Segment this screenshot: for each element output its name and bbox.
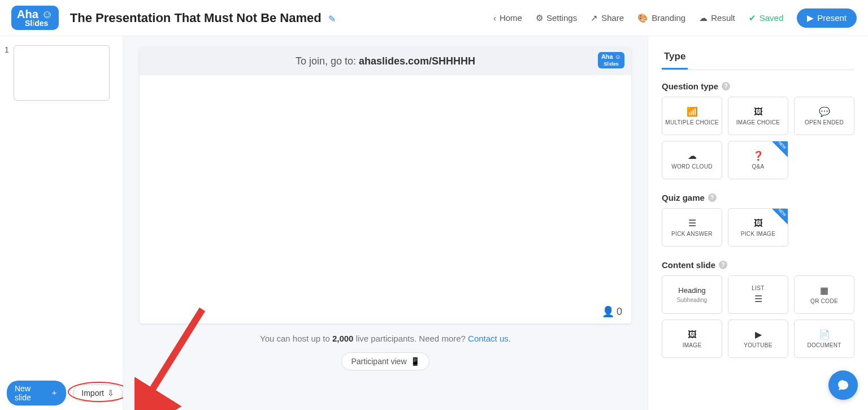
type-image-choice[interactable]: 🖼IMAGE CHOICE bbox=[728, 97, 788, 135]
share-icon: ↗ bbox=[591, 13, 598, 23]
participant-view-button[interactable]: Participant view 📱 bbox=[341, 352, 429, 370]
nav-result[interactable]: ☁Result bbox=[699, 13, 735, 23]
type-pick-image[interactable]: 🖼PICK IMAGE bbox=[728, 208, 788, 247]
qr-icon: ▦ bbox=[820, 285, 828, 296]
image-icon: 🖼 bbox=[754, 218, 763, 228]
bar-chart-icon: 📶 bbox=[687, 106, 698, 117]
youtube-icon: ▶ bbox=[755, 329, 762, 340]
type-document[interactable]: 📄DOCUMENT bbox=[794, 320, 854, 358]
canvas-area: To join, go to: ahaslides.com/SHHHHH Aha… bbox=[123, 36, 648, 410]
new-slide-button[interactable]: New slide ＋ bbox=[7, 381, 66, 405]
speech-icon: 💬 bbox=[819, 106, 830, 117]
presentation-title-wrapper[interactable]: The Presentation That Must Not Be Named … bbox=[70, 11, 336, 25]
help-icon[interactable]: ? bbox=[708, 193, 717, 202]
type-qa[interactable]: ❓Q&A bbox=[728, 141, 788, 179]
document-icon: 📄 bbox=[819, 329, 830, 340]
type-multiple-choice[interactable]: 📶MULTIPLE CHOICE bbox=[662, 97, 722, 135]
slides-panel: 1 New slide ＋ Import ⇩ bbox=[0, 36, 123, 410]
plus-icon: ＋ bbox=[50, 388, 58, 398]
header: Aha ☺ Slides The Presentation That Must … bbox=[0, 0, 868, 36]
slide-thumb-wrapper: 1 bbox=[5, 45, 118, 101]
content-slide-grid: HeadingSubheading LIST☰ ▦QR CODE 🖼IMAGE … bbox=[662, 275, 854, 358]
tab-bar: Type bbox=[662, 45, 854, 70]
join-url: ahaslides.com/SHHHHH bbox=[359, 55, 475, 67]
phone-icon: 📱 bbox=[410, 357, 420, 366]
nav-share[interactable]: ↗Share bbox=[591, 13, 624, 23]
chevron-left-icon: ‹ bbox=[493, 13, 496, 23]
section-question-type: Question type? bbox=[662, 81, 854, 91]
status-saved: ✔Saved bbox=[749, 13, 784, 23]
edit-icon[interactable]: ✎ bbox=[328, 14, 336, 24]
contact-us-link[interactable]: Contact us bbox=[468, 334, 509, 343]
type-open-ended[interactable]: 💬OPEN ENDED bbox=[794, 97, 854, 135]
type-pick-answer[interactable]: ☰PICK ANSWER bbox=[662, 208, 722, 247]
import-button[interactable]: Import ⇩ bbox=[73, 385, 123, 402]
play-icon: ▶ bbox=[807, 13, 814, 23]
main: 1 New slide ＋ Import ⇩ To join, go to: a… bbox=[0, 36, 868, 410]
import-icon: ⇩ bbox=[107, 389, 114, 398]
tab-type[interactable]: Type bbox=[662, 45, 688, 70]
image-icon: 🖼 bbox=[754, 107, 763, 117]
type-youtube[interactable]: ▶YOUTUBE bbox=[728, 320, 788, 358]
help-icon[interactable]: ? bbox=[719, 261, 727, 269]
host-hint: You can host up to 2,000 live participan… bbox=[260, 334, 511, 343]
list-check-icon: ☰ bbox=[688, 218, 696, 228]
type-image[interactable]: 🖼IMAGE bbox=[662, 320, 722, 358]
bottom-controls: New slide ＋ Import ⇩ bbox=[7, 381, 123, 405]
type-heading[interactable]: HeadingSubheading bbox=[662, 275, 722, 314]
slide-number: 1 bbox=[5, 45, 9, 101]
new-ribbon bbox=[772, 141, 788, 157]
type-word-cloud[interactable]: ☁WORD CLOUD bbox=[662, 141, 722, 179]
person-icon: 👤 bbox=[602, 305, 614, 318]
check-circle-icon: ✔ bbox=[749, 13, 756, 23]
help-icon[interactable]: ? bbox=[722, 82, 730, 90]
presentation-title: The Presentation That Must Not Be Named bbox=[70, 11, 322, 25]
question-type-grid: 📶MULTIPLE CHOICE 🖼IMAGE CHOICE 💬OPEN END… bbox=[662, 97, 854, 179]
palette-icon: 🎨 bbox=[637, 13, 648, 23]
section-quiz-game: Quiz game? bbox=[662, 193, 854, 202]
chat-bubble[interactable] bbox=[828, 370, 858, 400]
slide-thumbnail-1[interactable] bbox=[14, 45, 110, 101]
nav-settings[interactable]: ⚙Settings bbox=[536, 13, 577, 23]
logo[interactable]: Aha ☺ Slides bbox=[11, 6, 59, 30]
header-left: Aha ☺ Slides The Presentation That Must … bbox=[11, 6, 336, 30]
gear-icon: ⚙ bbox=[536, 13, 543, 23]
nav-home[interactable]: ‹Home bbox=[493, 13, 522, 23]
cloud-icon: ☁ bbox=[688, 150, 697, 161]
new-ribbon bbox=[772, 209, 788, 225]
type-qr-code[interactable]: ▦QR CODE bbox=[794, 275, 854, 314]
chat-icon bbox=[836, 378, 850, 392]
question-icon: ❓ bbox=[753, 150, 764, 161]
image-icon: 🖼 bbox=[688, 330, 697, 340]
list-icon: ☰ bbox=[754, 294, 762, 304]
quiz-game-grid: ☰PICK ANSWER 🖼PICK IMAGE bbox=[662, 208, 854, 247]
side-panel: Type Question type? 📶MULTIPLE CHOICE 🖼IM… bbox=[648, 36, 868, 410]
header-right: ‹Home ⚙Settings ↗Share 🎨Branding ☁Result… bbox=[493, 8, 857, 28]
participant-count: 👤0 bbox=[602, 305, 622, 318]
section-content-slide: Content slide? bbox=[662, 260, 854, 270]
cloud-icon: ☁ bbox=[699, 13, 708, 23]
present-button[interactable]: ▶Present bbox=[797, 8, 857, 28]
slide-canvas[interactable]: To join, go to: ahaslides.com/SHHHHH Aha… bbox=[140, 48, 631, 323]
type-list[interactable]: LIST☰ bbox=[728, 275, 788, 314]
join-bar: To join, go to: ahaslides.com/SHHHHH Aha… bbox=[140, 48, 631, 75]
nav-branding[interactable]: 🎨Branding bbox=[637, 13, 685, 23]
mini-logo: Aha ☺Slides bbox=[598, 52, 624, 68]
